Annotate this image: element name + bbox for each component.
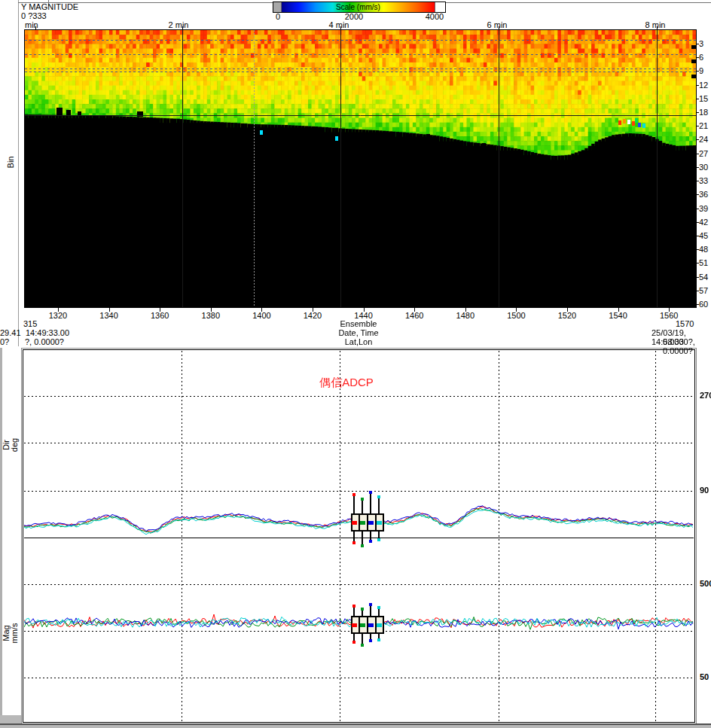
- ensemble-tick-label: 1480: [449, 312, 482, 320]
- adcp-application-window: Y MAGNITUDE 0 ?333 Scale (mm/s) Bin 偶信AD…: [0, 0, 711, 728]
- vendor-watermark: 偶信ADCP: [300, 376, 393, 388]
- bin-tick-mark: [697, 112, 699, 113]
- footer-left-value: 14:49:33.00: [26, 328, 69, 337]
- ensemble-tick-label: 1520: [551, 312, 584, 320]
- footer-center-label: Date, Time: [313, 328, 404, 337]
- bin-tick-mark: [697, 304, 699, 305]
- color-scale-bar[interactable]: Scale (mm/s): [273, 2, 446, 13]
- footer-center-label: Ensemble: [313, 319, 404, 328]
- footer-right-value: 1570: [676, 319, 694, 328]
- page-title: Y MAGNITUDE: [21, 3, 78, 11]
- bin-tick-mark: [697, 291, 699, 291]
- time-axis-label: 6 min: [482, 21, 512, 29]
- bin-tick-label: 9: [699, 67, 703, 75]
- bin-tick-label: 54: [699, 273, 708, 282]
- bin-tick-label: 60: [699, 300, 708, 309]
- ensemble-tick-label: 1540: [602, 312, 635, 320]
- ensemble-tick-mark: [211, 308, 212, 312]
- bin-tick-mark: [697, 139, 699, 140]
- dir-axis-line2: deg: [10, 438, 19, 452]
- bin-tick-mark: [697, 167, 699, 168]
- bin-tick-label: 6: [699, 53, 703, 62]
- ensemble-tick-label: 1340: [93, 312, 126, 320]
- bin-tick-label: 36: [699, 190, 708, 199]
- scale-title: Scale (mm/s): [282, 3, 435, 11]
- ensemble-tick-mark: [261, 308, 262, 312]
- bin-tick-mark: [697, 71, 699, 72]
- footer-left-value: 315: [23, 319, 37, 328]
- bin-tick-mark: [697, 209, 699, 209]
- bin-tick-mark: [697, 194, 699, 195]
- bin-tick-mark: [697, 236, 699, 236]
- bin-tick-mark: [697, 57, 699, 58]
- ensemble-tick-label: 1380: [194, 312, 227, 320]
- bin-tick-mark: [697, 44, 699, 44]
- footer-left-value: ?, 0.0000?: [25, 337, 64, 346]
- bin-tick-mark: [697, 249, 699, 250]
- ensemble-tick-mark: [516, 308, 517, 312]
- bin-tick-label: 48: [699, 245, 708, 254]
- ensemble-tick-mark: [109, 308, 110, 312]
- scale-tick-label: 0: [263, 13, 293, 21]
- mag-axis-title: Mag mm/s: [2, 617, 19, 650]
- bin-tick-label: 21: [699, 122, 708, 130]
- profile-plots-canvas[interactable]: [24, 351, 694, 722]
- bin-tick-label: 33: [699, 177, 708, 185]
- mag-axis-line2: mm/s: [10, 623, 19, 644]
- scale-max-cell: [435, 2, 445, 12]
- bin-tick-label: 12: [699, 81, 708, 90]
- bin-tick-label: 51: [699, 259, 708, 267]
- ensemble-tick-mark: [669, 308, 670, 312]
- footer-left-clipped-value: 29.41: [0, 328, 21, 337]
- ensemble-tick-mark: [414, 308, 415, 312]
- bin-tick-label: 57: [699, 287, 708, 295]
- footer-left-clipped-value: 0?: [0, 337, 9, 346]
- bin-tick-label: 45: [699, 232, 708, 240]
- ensemble-tick-label: 1500: [499, 312, 532, 320]
- ensemble-tick-label: 1360: [143, 312, 176, 320]
- bin-tick-mark: [697, 263, 699, 263]
- time-axis-tick: [35, 26, 36, 30]
- velocity-heatmap-frame: [24, 29, 697, 308]
- bin-tick-label: 27: [699, 150, 708, 158]
- bin-tick-mark: [697, 99, 699, 99]
- scale-tick-label: 4000: [420, 13, 450, 21]
- plot-right-tick-label: 500: [700, 580, 711, 588]
- bin-tick-mark: [697, 277, 699, 278]
- bin-tick-label: 24: [699, 136, 708, 144]
- time-axis-label: 2 min: [163, 21, 194, 29]
- ensemble-tick-mark: [313, 308, 313, 312]
- time-axis-tick: [182, 26, 183, 30]
- footer-center-label: Lat,Lon: [313, 337, 404, 346]
- time-axis-label: 4 min: [324, 21, 354, 29]
- bin-axis-title: Bin: [7, 154, 15, 172]
- window-bottom-strip: [0, 725, 711, 728]
- ensemble-tick-label: 1400: [245, 312, 278, 320]
- ensemble-tick-mark: [160, 308, 160, 312]
- time-axis-tick: [657, 26, 658, 30]
- ensemble-tick-mark: [465, 308, 466, 312]
- bin-tick-label: 30: [699, 163, 708, 172]
- ensemble-tick-label: 1320: [41, 312, 75, 320]
- time-axis-label: min: [25, 21, 38, 29]
- bin-tick-label: 39: [699, 205, 708, 213]
- scale-gradient: Scale (mm/s): [282, 2, 435, 12]
- time-axis-label: 8 min: [640, 21, 670, 29]
- ensemble-tick-mark: [364, 308, 365, 312]
- plot-right-tick-label: 270: [700, 391, 711, 400]
- bin-tick-label: 18: [699, 108, 708, 117]
- time-axis-tick: [340, 26, 341, 30]
- bin-tick-label: 15: [699, 95, 708, 103]
- ensemble-tick-mark: [618, 308, 619, 312]
- bin-tick-mark: [697, 222, 699, 223]
- bin-tick-label: 3: [699, 40, 703, 48]
- dir-axis-title: Dir deg: [2, 430, 19, 460]
- bin-tick-mark: [697, 181, 699, 181]
- pane-divider-left: [18, 0, 19, 346]
- bin-tick-mark: [697, 154, 699, 154]
- bin-tick-label: 42: [699, 218, 708, 227]
- velocity-heatmap-canvas[interactable]: [25, 30, 696, 307]
- plot-right-tick-label: 50: [700, 673, 709, 681]
- time-axis-tick: [499, 26, 499, 30]
- plot-right-tick-label: 90: [700, 486, 709, 495]
